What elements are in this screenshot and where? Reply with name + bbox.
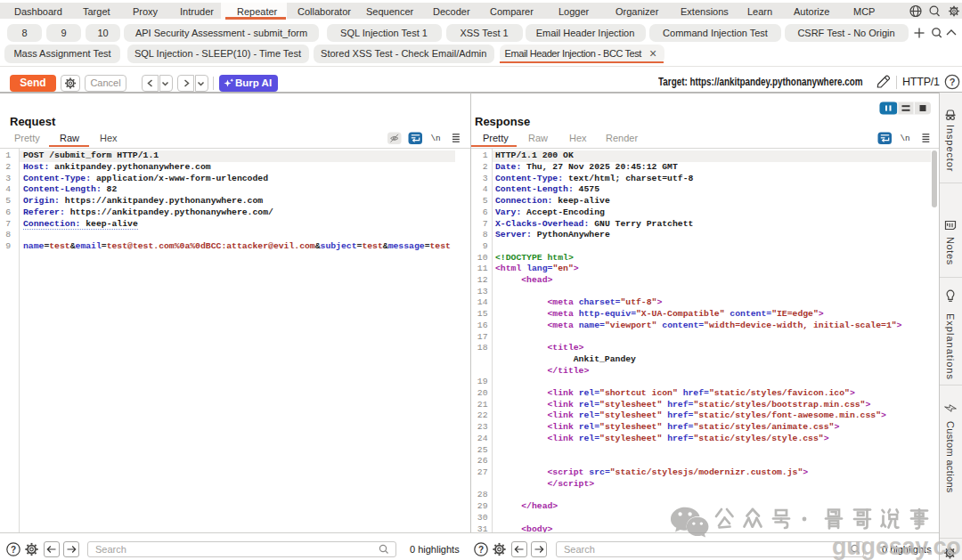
svg-text:\n: \n <box>431 134 441 143</box>
svg-text:\n: \n <box>901 134 910 143</box>
svg-text:?: ? <box>11 545 16 555</box>
svg-text:?: ? <box>950 77 956 87</box>
svg-text:?: ? <box>477 545 483 555</box>
